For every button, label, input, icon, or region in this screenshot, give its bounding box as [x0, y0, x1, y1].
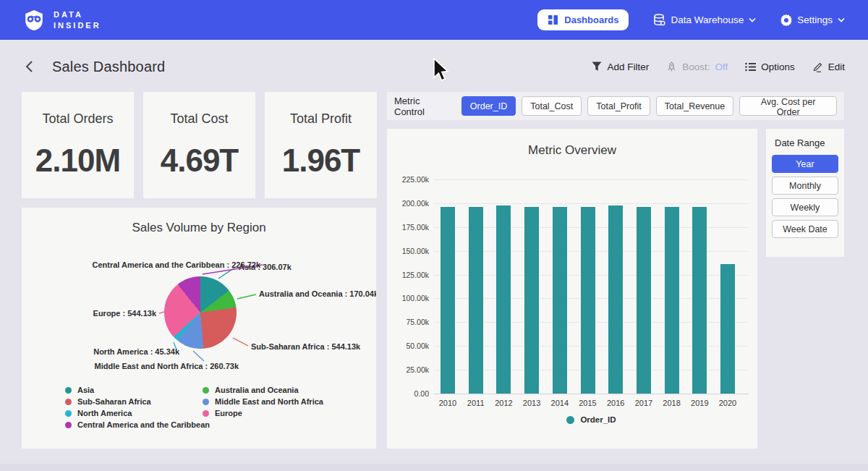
pie-legend-item[interactable]: Asia	[65, 386, 94, 394]
metric-option-order-id[interactable]: Order_ID	[461, 96, 516, 116]
legend-label: Sub-Saharan Africa	[77, 397, 151, 406]
y-axis-tick-label: 0.00	[391, 389, 429, 398]
legend-dot	[203, 399, 209, 405]
legend-dot	[65, 410, 72, 417]
bar-2013[interactable]	[524, 207, 539, 394]
nav-menu: Dashboards Data Warehouse	[537, 9, 845, 30]
database-icon	[653, 14, 665, 26]
x-axis-tick-label: 2014	[545, 399, 574, 407]
kpi-value: 4.69T	[161, 143, 239, 179]
pie-slice-annotation: Central America and the Caribbean : 226.…	[92, 260, 260, 269]
nav-data-warehouse[interactable]: Data Warehouse	[653, 14, 756, 26]
bar-chart-legend[interactable]: Order_ID	[434, 415, 749, 424]
nav-data-warehouse-label: Data Warehouse	[671, 14, 744, 25]
pie-slice-annotation: Middle East and North Africa : 260.73k	[95, 362, 239, 370]
bar-2016[interactable]	[608, 205, 623, 394]
header-actions: Add Filter Boost: Off Options	[592, 61, 845, 72]
metric-option-total-revenue[interactable]: Total_Revenue	[656, 96, 733, 116]
bar-2018[interactable]	[665, 207, 679, 394]
x-axis-tick-label: 2013	[517, 399, 546, 407]
legend-dot	[203, 410, 209, 417]
kpi-value: 2.10M	[35, 143, 120, 179]
options-button[interactable]: Options	[745, 61, 795, 72]
dashboard-header: Sales Dashboard Add Filter Boost: Off	[0, 52, 868, 81]
boost-toggle[interactable]: Boost: Off	[666, 61, 728, 72]
metric-option-total-profit[interactable]: Total_Profit	[587, 96, 650, 116]
y-axis-tick-label: 225.00k	[391, 175, 429, 184]
y-axis-tick-label: 200.00k	[391, 199, 429, 208]
metric-option-avg-cost-per-order[interactable]: Avg. Cost per Order	[739, 96, 837, 116]
pie-slice-annotation: Sub-Saharan Africa : 544.13k	[251, 342, 361, 351]
x-axis-tick-label: 2015	[574, 399, 603, 407]
brand-name: DATA INSIDER	[54, 10, 101, 29]
date-range-monthly-button[interactable]: Monthly	[772, 177, 838, 195]
bar-2017[interactable]	[637, 207, 651, 394]
x-axis-tick-label: 2017	[629, 399, 658, 407]
edit-button[interactable]: Edit	[812, 61, 845, 72]
nav-dashboards-button[interactable]: Dashboards	[537, 9, 629, 30]
legend-label: Asia	[77, 386, 94, 394]
page-title: Sales Dashboard	[52, 59, 165, 75]
pie-slice-annotation: Europe : 544.13k	[93, 309, 157, 318]
y-axis-tick-label: 100.00k	[391, 294, 429, 302]
bar-2015[interactable]	[581, 207, 595, 394]
y-axis-tick-label: 75.00k	[391, 318, 429, 326]
chevron-down-icon	[838, 17, 845, 22]
brand-logo[interactable]: DATA INSIDER	[23, 9, 101, 31]
x-axis-tick-label: 2012	[489, 399, 518, 407]
y-axis-tick-label: 50.00k	[391, 341, 429, 350]
metric-control-bar: Metric Control Order_ID Total_Cost Total…	[387, 92, 844, 120]
date-range-year-button[interactable]: Year	[772, 155, 838, 173]
x-axis-tick-label: 2011	[461, 399, 490, 407]
kpi-card-total-orders: Total Orders 2.10M	[22, 92, 134, 198]
bar-2020[interactable]	[720, 264, 735, 394]
bar-chart-card: Metric Overview 225.00k200.00k175.00k150…	[387, 129, 757, 449]
bar-2014[interactable]	[553, 207, 567, 394]
nav-dashboards-label: Dashboards	[564, 14, 618, 25]
y-axis-tick-label: 175.00k	[391, 223, 429, 232]
bar-2010[interactable]	[441, 207, 455, 394]
pie-legend-item[interactable]: Central America and the Caribbean	[65, 420, 210, 429]
metric-option-total-cost[interactable]: Total_Cost	[522, 96, 582, 116]
kpi-label: Total Cost	[170, 111, 228, 127]
pie-leader-line	[159, 312, 164, 313]
metric-control-label: Metric Control	[394, 96, 453, 117]
gear-icon	[780, 14, 792, 26]
x-axis-tick-label: 2010	[433, 399, 462, 407]
pie-leader-line	[193, 351, 204, 361]
x-axis-tick-label: 2016	[601, 399, 630, 407]
pie-legend-item[interactable]: North America	[65, 409, 132, 417]
date-range-panel: Date Range Year Monthly Weekly Week Date	[766, 129, 844, 257]
add-filter-button[interactable]: Add Filter	[592, 61, 649, 72]
bar-2011[interactable]	[469, 207, 483, 394]
pie-legend-item[interactable]: Middle East and North Africa	[203, 397, 323, 406]
back-button[interactable]	[23, 59, 36, 75]
bar-2012[interactable]	[496, 205, 511, 394]
pie-leader-line	[233, 338, 248, 346]
legend-label: Order_ID	[580, 415, 616, 424]
date-range-weekly-button[interactable]: Weekly	[772, 198, 838, 216]
legend-dot	[566, 416, 574, 424]
nav-settings[interactable]: Settings	[780, 14, 845, 26]
kpi-card-total-profit: Total Profit 1.96T	[265, 92, 377, 198]
y-axis-tick-label: 125.00k	[391, 271, 429, 279]
edit-pencil-icon	[812, 61, 823, 72]
x-axis-tick-label: 2020	[713, 399, 742, 407]
nav-settings-label: Settings	[797, 14, 833, 25]
bar-2019[interactable]	[692, 207, 707, 394]
pie-legend-item[interactable]: Australia and Oceania	[203, 386, 299, 394]
options-list-icon	[745, 62, 756, 72]
y-axis-tick-label: 25.00k	[391, 365, 429, 374]
x-axis-tick-label: 2018	[658, 399, 686, 407]
legend-dot	[203, 387, 209, 394]
date-range-week-date-button[interactable]: Week Date	[772, 220, 838, 238]
gridline	[434, 179, 749, 180]
pie-legend-item[interactable]: Europe	[203, 409, 242, 417]
chevron-left-icon	[25, 60, 35, 73]
kpi-card-total-cost: Total Cost 4.69T	[143, 92, 255, 198]
dashboards-grid-icon	[548, 14, 558, 25]
rocket-icon	[666, 61, 677, 72]
pie-legend-item[interactable]: Sub-Saharan Africa	[65, 397, 151, 406]
pie-slice-annotation: North America : 45.34k	[93, 347, 180, 356]
chevron-down-icon	[749, 17, 756, 22]
